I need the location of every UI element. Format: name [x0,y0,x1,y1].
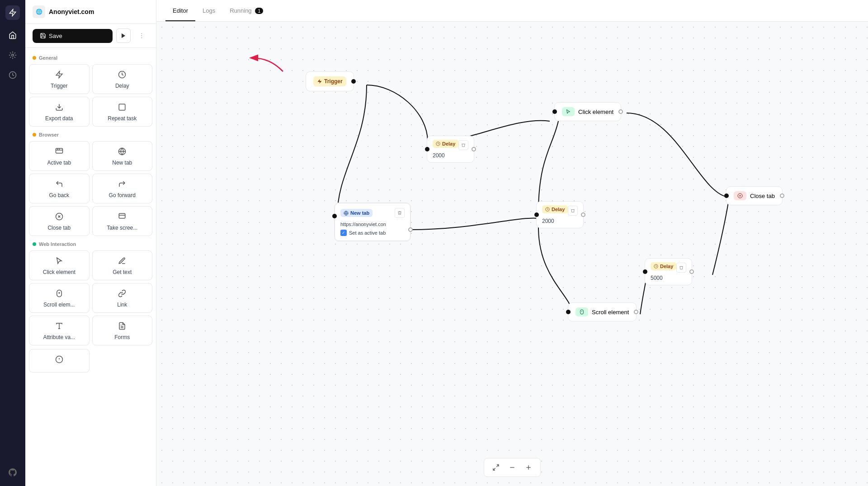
svg-rect-20 [119,213,126,218]
nav-github[interactable] [5,464,21,481]
svg-point-5 [141,35,142,36]
node-delay[interactable]: Delay [92,64,153,94]
tab-logs[interactable]: Logs [195,1,222,21]
node-trigger[interactable]: Trigger [29,64,90,94]
tab-editor[interactable]: Editor [165,1,195,21]
section-browser: Browser [29,130,152,141]
zoom-in-button[interactable] [522,461,535,474]
delay1-badge: Delay [433,140,458,148]
browser-nodes: Active tab New tab Go back Go forward Cl… [29,141,152,236]
close-tab-node[interactable]: Close tab [726,186,783,205]
section-web-interaction: Web Interaction [29,240,152,250]
arrow-annotation [247,49,292,76]
save-bar: Save [25,24,156,48]
node-close-tab[interactable]: Close tab [29,206,90,236]
node-new-tab[interactable]: New tab [92,141,153,171]
delay2-badge: Delay [542,205,568,213]
extra-nodes [29,349,152,373]
node-forms[interactable]: Forms [92,316,153,345]
svg-marker-31 [318,79,322,84]
tab-running[interactable]: Running 1 [222,1,270,21]
canvas-connections [156,22,868,486]
node-export-data[interactable]: Export data [29,97,90,127]
browser-dot [33,133,36,137]
newtab-header: New tab https://anonyviet.con ✓ Set as a… [335,203,410,241]
node-click-element[interactable]: Click element [29,250,90,280]
nav-history[interactable] [5,67,21,83]
trigger-node[interactable]: Trigger [306,71,354,91]
scroll-badge [576,307,588,316]
newtab-url: https://anonyviet.con [340,221,405,230]
app-logo [5,5,20,20]
delay3-badge: Delay [651,262,676,270]
nav-rail [0,0,25,486]
svg-point-1 [12,54,14,57]
svg-point-4 [141,33,142,34]
click-element-node[interactable]: Click element [554,102,621,121]
node-go-forward[interactable]: Go forward [92,174,153,203]
newtab-setactive-checkbox[interactable]: ✓ Set as active tab [340,230,405,236]
save-button[interactable]: Save [33,29,113,43]
svg-point-6 [141,38,142,38]
general-nodes: Trigger Delay Export data Repeat task [29,64,152,127]
scroll-element-node[interactable]: Scroll element [568,302,637,321]
node-take-screenshot[interactable]: Take scree... [92,206,153,236]
delay1-delete-button[interactable] [458,140,468,150]
trigger-badge: Trigger [313,76,346,86]
node-repeat-task[interactable]: Repeat task [92,97,153,127]
node-go-back[interactable]: Go back [29,174,90,203]
workspace-icon: 🌐 [33,5,45,18]
delay3-delete-button[interactable] [676,263,686,273]
svg-line-43 [496,465,499,467]
web-interaction-dot [33,242,36,246]
delay3-value: 5000 [651,275,686,281]
node-attribute-value[interactable]: Attribute va... [29,316,90,345]
delay2-value: 2000 [542,218,578,224]
workflow-canvas[interactable]: Trigger New tab https://anonyviet.con [156,22,868,486]
top-tabs: Editor Logs Running 1 [156,0,868,22]
general-dot [33,56,36,60]
delay2-node[interactable]: Delay 2000 [536,201,584,228]
svg-marker-7 [56,71,62,78]
sidebar: 🌐 Anonyviet.com Save General Trigger [25,0,156,486]
zoom-out-button[interactable] [506,461,519,474]
node-scroll-element[interactable]: Scroll elem... [29,283,90,313]
running-badge: 1 [255,8,263,14]
node-active-tab[interactable]: Active tab [29,141,90,171]
canvas-toolbar [484,458,541,477]
closetab-badge [734,191,746,200]
fit-button[interactable] [490,461,502,474]
section-general: General [29,53,152,64]
node-link[interactable]: Link [92,283,153,313]
more-button[interactable] [134,28,149,43]
svg-line-44 [493,468,495,470]
sidebar-header: 🌐 Anonyviet.com [25,0,156,24]
delay1-node[interactable]: Delay 2000 [427,136,474,163]
newtab-canvas-node[interactable]: New tab https://anonyviet.con ✓ Set as a… [334,203,411,241]
delay1-value: 2000 [433,152,468,159]
node-extra[interactable] [29,349,90,373]
svg-marker-0 [9,9,16,16]
delay3-node[interactable]: Delay 5000 [645,258,692,285]
run-button[interactable] [116,28,131,43]
newtab-badge: New tab [340,209,373,217]
nav-workflows[interactable] [5,47,21,63]
svg-rect-10 [119,104,126,110]
delay2-delete-button[interactable] [568,206,578,216]
svg-marker-3 [122,33,125,38]
web-interaction-nodes: Click element Get text Scroll elem... Li… [29,250,152,345]
sidebar-content: General Trigger Delay Export data Repeat… [25,48,156,486]
nav-home[interactable] [5,27,21,43]
click-badge [562,107,575,116]
main-area: Editor Logs Running 1 [156,0,868,486]
node-get-text[interactable]: Get text [92,250,153,280]
workspace-name: Anonyviet.com [49,8,94,15]
checkbox-icon: ✓ [340,230,347,236]
newtab-delete-button[interactable] [395,208,405,218]
